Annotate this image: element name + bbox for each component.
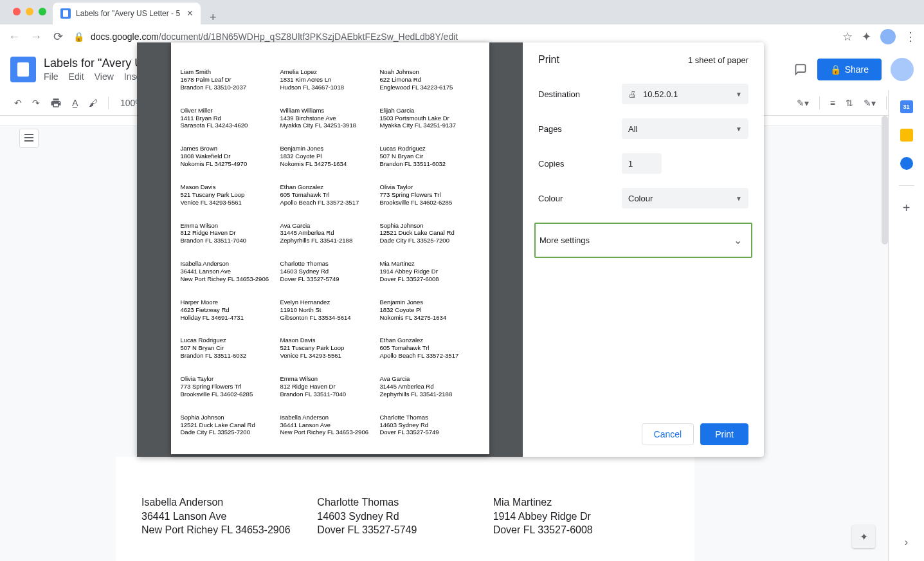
maximize-window-button[interactable]	[39, 8, 46, 15]
spellcheck-button[interactable]: A̲	[68, 95, 82, 111]
explore-button[interactable]: ✦	[852, 525, 875, 548]
lock-icon: 🔒	[830, 64, 841, 75]
chevron-down-icon: ▼	[736, 125, 742, 133]
reload-button[interactable]: ⟳	[51, 30, 64, 44]
print-button[interactable]	[46, 95, 66, 111]
label-name: Olivia Taylor	[380, 183, 480, 191]
pages-value: All	[628, 124, 637, 134]
scrollbar[interactable]	[882, 116, 888, 244]
format-options-icon[interactable]: ✎▾	[860, 95, 880, 111]
label-name: Ava Garcia	[280, 222, 380, 230]
label-name: Lucas Rodriguez	[181, 336, 280, 344]
label-city: Myakka City FL 34251-3918	[280, 122, 380, 129]
label-name: Charlotte Thomas	[280, 260, 380, 268]
colour-select[interactable]: Colour ▼	[622, 188, 748, 208]
tasks-icon[interactable]	[900, 157, 913, 170]
paint-format-button[interactable]: 🖌	[85, 95, 102, 111]
more-settings-toggle[interactable]: More settings ⌄	[534, 223, 752, 258]
close-tab-icon[interactable]: ×	[187, 8, 193, 19]
label-city: Dover FL 33527-6008	[380, 275, 480, 283]
profile-avatar-icon[interactable]	[880, 29, 896, 44]
menu-edit[interactable]: Edit	[69, 71, 84, 82]
share-button[interactable]: 🔒 Share	[817, 59, 882, 80]
label-addr: 622 Limona Rd	[380, 76, 480, 84]
lock-icon: 🔒	[73, 32, 84, 42]
side-panel: + ›	[888, 90, 924, 561]
close-window-button[interactable]	[13, 8, 21, 15]
preview-label-cell: Sophia Johnson12521 Duck Lake Canal RdDa…	[181, 414, 280, 437]
label-addr: 1808 Wakefield Dr	[181, 152, 280, 160]
destination-select[interactable]: 🖨10.52.0.1 ▼	[622, 84, 748, 104]
editing-mode-icon[interactable]: ✎▾	[793, 95, 813, 111]
label-city: Dade City FL 33525-7200	[181, 428, 280, 436]
preview-label-cell: Ava Garcia31445 Amberlea RdZephyrhills F…	[280, 222, 380, 245]
print-button[interactable]: Print	[700, 423, 748, 445]
extensions-icon[interactable]: ✦	[862, 30, 871, 44]
label-cell: Charlotte Thomas 14603 Sydney Rd Dover F…	[317, 495, 493, 537]
pages-select[interactable]: All ▼	[622, 118, 748, 139]
docs-favicon-icon	[60, 8, 71, 19]
label-addr: 1832 Coyote Pl	[280, 152, 380, 160]
label-name: Mason Davis	[181, 183, 280, 191]
keep-icon[interactable]	[900, 129, 913, 142]
more-settings-label: More settings	[536, 235, 590, 245]
line-spacing-icon[interactable]: ⇅	[842, 95, 857, 111]
label-addr: 4623 Fietzway Rd	[181, 306, 280, 314]
document-page[interactable]: Isabella Anderson 36441 Lanson Ave New P…	[116, 457, 694, 561]
menu-file[interactable]: File	[44, 71, 59, 82]
chevron-down-icon: ▼	[736, 195, 742, 202]
label-city: New Port Richey FL 34653-2906	[280, 428, 380, 436]
label-city: Gibsonton FL 33534-5614	[280, 314, 380, 322]
docs-logo-icon[interactable]	[10, 57, 36, 82]
forward-button[interactable]: →	[30, 30, 42, 44]
minimize-window-button[interactable]	[26, 8, 33, 15]
label-city: Dover FL 33527-5749	[380, 428, 480, 436]
share-label: Share	[845, 64, 869, 75]
bookmark-icon[interactable]: ☆	[842, 30, 853, 44]
account-avatar-icon[interactable]	[891, 58, 914, 81]
label-addr: 1411 Bryan Rd	[181, 115, 280, 122]
label-addr: 31445 Amberlea Rd	[280, 229, 380, 237]
label-name: Isabella Anderson	[181, 260, 280, 268]
label-name: William Williams	[280, 107, 380, 115]
label-name: Emma Wilson	[181, 222, 280, 230]
browser-tab[interactable]: Labels for "Avery US Letter - 5 ×	[53, 3, 201, 24]
label-addr: 605 Tomahawk Trl	[280, 191, 380, 199]
preview-label-cell: Mason Davis521 Tuscany Park LoopVenice F…	[280, 336, 380, 360]
document-title[interactable]: Labels for "Avery U	[44, 57, 144, 70]
label-addr: 773 Spring Flowers Trl	[181, 383, 280, 391]
undo-button[interactable]: ↶	[10, 95, 26, 111]
new-tab-button[interactable]: +	[201, 11, 226, 24]
docs-title-area: Labels for "Avery U File Edit View Inser	[44, 57, 144, 82]
label-cell: Mia Martinez 1914 Abbey Ridge Dr Dover F…	[493, 495, 669, 537]
label-name: Noah Johnson	[380, 68, 480, 76]
label-name: Olivia Taylor	[181, 375, 280, 383]
align-icon[interactable]: ≡	[826, 95, 839, 111]
label-name: Isabella Anderson	[280, 414, 380, 421]
label-addr: 14603 Sydney Rd	[380, 421, 480, 429]
preview-label-cell: Mason Davis521 Tuscany Park LoopVenice F…	[181, 183, 280, 207]
label-addr: 12521 Duck Lake Canal Rd	[380, 229, 480, 237]
preview-label-cell: Isabella Anderson36441 Lanson AveNew Por…	[181, 260, 280, 283]
add-addon-icon[interactable]: +	[900, 201, 913, 214]
chevron-down-icon: ▼	[736, 91, 742, 98]
back-button[interactable]: ←	[8, 30, 21, 44]
url-field[interactable]: 🔒 docs.google.com/document/d/1BN65WDHp_q…	[73, 32, 833, 42]
calendar-icon[interactable]	[900, 100, 913, 113]
redo-button[interactable]: ↷	[28, 95, 44, 111]
label-addr: 1678 Palm Leaf Dr	[181, 76, 280, 84]
comments-icon[interactable]	[793, 62, 808, 77]
label-city: Nokomis FL 34275-1634	[280, 160, 380, 168]
label-addr: 812 Ridge Haven Dr	[280, 383, 380, 391]
outline-toggle-button[interactable]	[19, 129, 39, 148]
cancel-button[interactable]: Cancel	[642, 423, 694, 445]
side-panel-collapse-icon[interactable]: ›	[905, 537, 908, 548]
label-city: Brandon FL 33511-6032	[380, 160, 480, 168]
label-name: Ethan Gonzalez	[380, 336, 480, 344]
copies-input[interactable]	[622, 153, 662, 174]
label-addr: 31445 Amberlea Rd	[380, 383, 480, 391]
preview-label-cell: Lucas Rodriguez507 N Bryan CirBrandon FL…	[380, 145, 480, 168]
browser-menu-icon[interactable]: ⋮	[905, 30, 916, 44]
menu-view[interactable]: View	[95, 71, 114, 82]
preview-label-cell: Noah Johnson622 Limona RdEnglewood FL 34…	[380, 68, 480, 91]
